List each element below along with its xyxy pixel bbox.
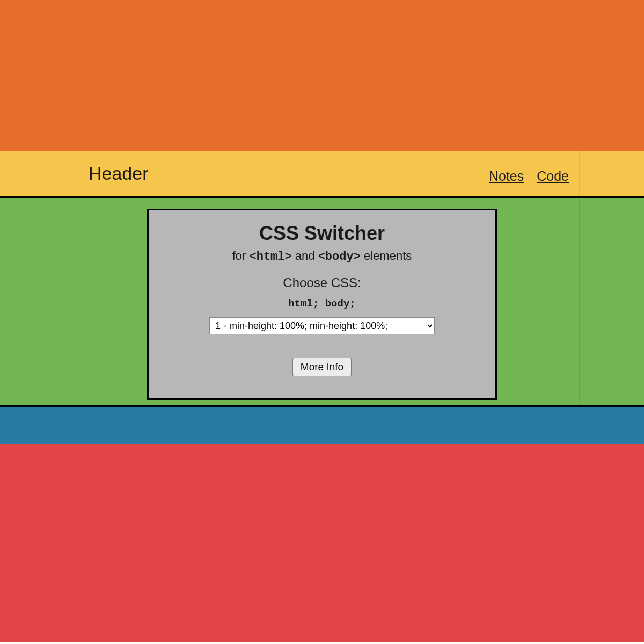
subtitle-code-html: <html> [250, 250, 292, 264]
stripe-blue [0, 407, 644, 444]
switcher-box: CSS Switcher for <html> and <body> eleme… [147, 209, 497, 400]
header-title: Header [89, 163, 149, 184]
css-select[interactable]: 1 - min-height: 100%; min-height: 100%; [209, 317, 435, 334]
nav-link-code[interactable]: Code [537, 169, 569, 184]
stripe-orange [0, 0, 644, 151]
choose-label: Choose CSS: [283, 275, 361, 290]
subtitle-prefix: for [232, 249, 250, 262]
subtitle-code-body: <body> [318, 250, 361, 264]
subtitle-suffix: elements [361, 249, 412, 262]
stripe-red [0, 444, 644, 642]
subtitle-mid: and [292, 249, 318, 262]
more-info-button[interactable]: More Info [292, 358, 352, 376]
nav-links: Notes Code [489, 169, 569, 184]
nav-link-notes[interactable]: Notes [489, 169, 524, 184]
switcher-title: CSS Switcher [259, 222, 385, 245]
content-area: CSS Switcher for <html> and <body> eleme… [0, 198, 644, 407]
code-label: html; body; [288, 298, 355, 310]
header-bar: Header Notes Code [0, 151, 644, 198]
switcher-subtitle: for <html> and <body> elements [232, 249, 412, 264]
